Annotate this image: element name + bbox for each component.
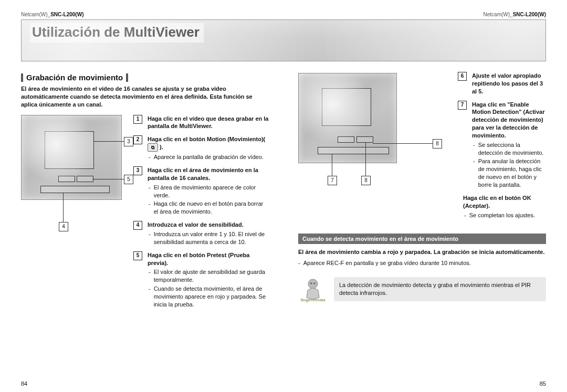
step-body: Haga clic en el vídeo que desea grabar e… xyxy=(148,115,269,131)
callout-line xyxy=(63,193,64,222)
step-num-icon: 3 xyxy=(133,166,142,175)
sub-list: Introduzca un valor entre 1 y 10. El niv… xyxy=(149,230,269,246)
overlay-bar xyxy=(40,186,110,193)
sub-item: Se completan los ajustes. xyxy=(464,211,546,219)
callout-line xyxy=(93,141,124,142)
page-number-left: 84 xyxy=(21,380,27,387)
callout-8-side: 8 xyxy=(433,139,442,149)
tip-label: Sugerencias xyxy=(298,298,328,302)
step-body: Haga clic en "Enable Motion Detection" (… xyxy=(472,101,546,189)
callout-line xyxy=(373,143,433,144)
step-8: Haga clic en el botón OK (Aceptar). Se c… xyxy=(445,194,546,219)
banner: Utilización de MultiViewer xyxy=(21,19,546,61)
callout-8-below: 8 xyxy=(361,176,371,185)
step-body: Haga clic en el botón Motion (Movimiento… xyxy=(148,135,269,161)
callout-line xyxy=(365,142,366,176)
step-title: Haga clic en el área de movimiento en la… xyxy=(148,166,269,182)
columns: Grabación de movimiento El área de movim… xyxy=(21,73,546,314)
step-body: Haga clic en el área de movimiento en la… xyxy=(148,166,269,216)
callout-3: 3 xyxy=(124,137,133,146)
step-title: Haga clic en "Enable Motion Detection" (… xyxy=(472,101,546,140)
motion-icon: ⧉ xyxy=(148,143,158,152)
sub-list: El área de movimiento aparece de color v… xyxy=(149,184,269,216)
header-left: Netcam(W)_SNC-L200(W) xyxy=(21,12,83,17)
sub-list: Se selecciona la detección de movimiento… xyxy=(473,141,546,189)
step-5: 5 Haga clic en el botón Pretest (Prueba … xyxy=(133,251,269,309)
sub-list: Se completan los ajustes. xyxy=(464,211,546,219)
step-title: Haga clic en el botón Pretest (Prueba pr… xyxy=(148,251,269,267)
step-title: Haga clic en el botón Motion (Movimiento… xyxy=(148,135,269,152)
step-num-icon: 7 xyxy=(458,101,467,110)
callout-7: 7 xyxy=(328,176,337,185)
callout-4: 4 xyxy=(59,222,68,231)
sub-item: El valor de ajuste de sensibilidad se gu… xyxy=(149,268,269,284)
bar-mark-icon xyxy=(21,73,23,82)
sub-banner: Cuando se detecta movimiento en el área … xyxy=(298,234,546,244)
tip-character-icon: Sugerencias xyxy=(298,277,328,302)
sub-item: Para anular la detección de movimiento, … xyxy=(473,157,546,188)
overlay-bar xyxy=(58,176,75,182)
tip-text: La detección de movimiento detecta y gra… xyxy=(334,277,546,302)
step-2: 2 Haga clic en el botón Motion (Movimien… xyxy=(133,135,269,161)
step-1: 1 Haga clic en el vídeo que desea grabar… xyxy=(133,115,269,131)
step-6: 6 Ajuste el valor apropiado repitiendo l… xyxy=(458,72,546,96)
section-heading: Grabación de movimiento xyxy=(21,73,269,82)
header-row: Netcam(W)_SNC-L200(W) Netcam(W)_SNC-L200… xyxy=(21,12,546,17)
bar-mark-icon xyxy=(126,73,128,82)
header-right: Netcam(W)_SNC-L200(W) xyxy=(484,12,546,17)
step-body: Haga clic en el botón Pretest (Prueba pr… xyxy=(148,251,269,309)
overlay-rect xyxy=(45,131,94,169)
step-title: Haga clic en el vídeo que desea grabar e… xyxy=(148,115,269,131)
step-num-icon: 5 xyxy=(133,251,142,260)
para-sub: Aparece REC-F en pantalla y se graba víd… xyxy=(298,259,546,267)
sub-list: El valor de ajuste de sensibilidad se gu… xyxy=(149,268,269,308)
overlay-bar xyxy=(77,176,93,182)
para-bold: El área de movimiento cambia a rojo y pa… xyxy=(298,248,546,256)
step-num-icon: 4 xyxy=(133,221,142,230)
sub-list: Aparece la pantalla de grabación de víde… xyxy=(149,153,269,161)
sub-item: Aparece la pantalla de grabación de víde… xyxy=(149,153,269,161)
step-num-icon: 6 xyxy=(458,72,467,81)
step-7: 7 Haga clic en "Enable Motion Detection"… xyxy=(458,101,546,189)
step-num-icon: 2 xyxy=(133,135,142,144)
section-title: Grabación de movimiento xyxy=(26,73,123,82)
step-4: 4 Introduzca el valor de sensibilidad. I… xyxy=(133,221,269,246)
callout-line xyxy=(332,154,332,176)
step-num-icon: 1 xyxy=(133,115,142,124)
right-thumb-col: 7 8 8 xyxy=(298,73,445,188)
left-steps: 1 Haga clic en el vídeo que desea grabar… xyxy=(133,115,269,314)
overlay-bar xyxy=(338,136,354,143)
left-column: Grabación de movimiento El área de movim… xyxy=(21,73,269,314)
video-thumbnail-left xyxy=(21,115,122,200)
right-column: 7 8 8 6 Ajuste el valor apropiado repiti… xyxy=(298,73,546,314)
overlay-rect xyxy=(322,88,371,126)
right-steps: 6 Ajuste el valor apropiado repitiendo l… xyxy=(458,72,546,224)
left-body: 3 5 4 1 Haga clic en el vídeo que desea … xyxy=(21,115,269,314)
left-thumb-col: 3 5 4 xyxy=(21,115,126,236)
video-thumbnail-right xyxy=(298,73,397,163)
callout-line xyxy=(92,179,124,179)
svg-point-2 xyxy=(313,282,315,284)
overlay-bar xyxy=(318,147,389,154)
sub-item: Haga clic de nuevo en el botón para borr… xyxy=(149,200,269,216)
step-body: Introduzca el valor de sensibilidad. Int… xyxy=(148,221,269,246)
page-number-right: 85 xyxy=(540,380,546,387)
overlay-bar xyxy=(356,136,373,143)
step-3: 3 Haga clic en el área de movimiento en … xyxy=(133,166,269,216)
banner-title: Utilización de MultiViewer xyxy=(30,23,204,43)
sub-item: Cuando se detecta movimiento, el área de… xyxy=(149,285,269,309)
svg-point-1 xyxy=(310,282,312,284)
sub-item: El área de movimiento aparece de color v… xyxy=(149,184,269,199)
step-title: Introduzca el valor de sensibilidad. xyxy=(148,221,269,229)
right-top: 7 8 8 6 Ajuste el valor apropiado repiti… xyxy=(298,73,546,224)
sub-item: Introduzca un valor entre 1 y 10. El niv… xyxy=(149,230,269,246)
step-title: Ajuste el valor apropiado repitiendo los… xyxy=(472,72,546,96)
step-title: Haga clic en el botón OK (Aceptar). xyxy=(463,194,546,210)
step-body: Ajuste el valor apropiado repitiendo los… xyxy=(472,72,546,96)
step-body: Haga clic en el botón OK (Aceptar). Se c… xyxy=(463,194,546,219)
svg-point-0 xyxy=(308,279,318,289)
page: Netcam(W)_SNC-L200(W) Netcam(W)_SNC-L200… xyxy=(0,0,567,392)
tip-box: Sugerencias La detección de movimiento d… xyxy=(298,277,546,302)
sub-item: Se selecciona la detección de movimiento… xyxy=(473,141,546,157)
intro-text: El área de movimiento en el vídeo de 16 … xyxy=(21,85,269,109)
